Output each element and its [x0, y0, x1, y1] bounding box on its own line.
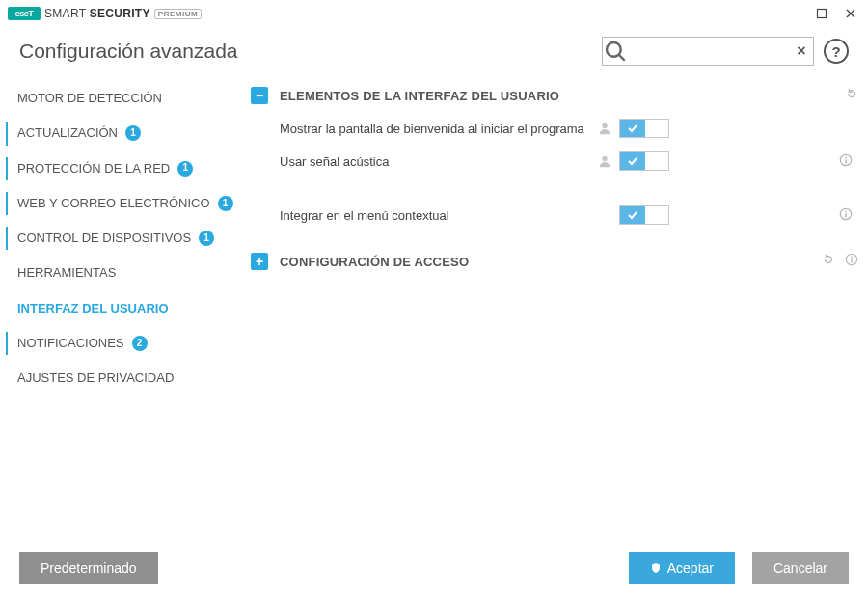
- sidebar-item-6[interactable]: INTERFAZ DEL USUARIO: [0, 291, 251, 326]
- person-icon: [598, 154, 619, 168]
- sidebar: MOTOR DE DETECCIÓNACTUALIZACIÓN1PROTECCI…: [0, 79, 251, 536]
- svg-rect-11: [851, 258, 852, 262]
- svg-rect-0: [818, 10, 827, 18]
- sidebar-item-label: AJUSTES DE PRIVACIDAD: [17, 370, 174, 386]
- svg-point-2: [602, 123, 607, 128]
- window-controls: [812, 4, 860, 23]
- titlebar: eseT SMART SECURITY PREMIUM: [0, 0, 868, 27]
- maximize-button[interactable]: [812, 4, 831, 23]
- sidebar-item-8[interactable]: AJUSTES DE PRIVACIDAD: [0, 361, 251, 395]
- sidebar-item-label: HERRAMIENTAS: [17, 265, 116, 281]
- accept-button[interactable]: Aceptar: [629, 552, 735, 584]
- brand-logo: eseT: [8, 7, 41, 20]
- cancel-button[interactable]: Cancelar: [752, 552, 849, 584]
- sidebar-item-label: NOTIFICACIONES: [17, 336, 124, 351]
- setting-row-acoustic-signal: Usar señal acústica: [251, 145, 858, 177]
- sidebar-item-label: PROTECCIÓN DE LA RED: [17, 161, 170, 177]
- svg-rect-12: [851, 257, 852, 258]
- info-icon[interactable]: [845, 253, 858, 270]
- svg-rect-8: [845, 213, 846, 217]
- content: − ELEMENTOS DE LA INTERFAZ DEL USUARIO M…: [251, 79, 868, 536]
- close-button[interactable]: [841, 4, 860, 23]
- sidebar-badge: 1: [218, 196, 233, 211]
- section-actions: [845, 87, 858, 104]
- brand-badge: PREMIUM: [154, 9, 202, 19]
- sidebar-item-5[interactable]: HERRAMIENTAS: [0, 256, 251, 290]
- reset-icon[interactable]: [822, 253, 835, 270]
- page-title: Configuración avanzada: [19, 40, 238, 63]
- sidebar-item-0[interactable]: MOTOR DE DETECCIÓN: [0, 81, 251, 116]
- section-actions: [822, 253, 858, 270]
- sidebar-badge: 1: [125, 125, 141, 141]
- expand-icon[interactable]: +: [251, 253, 268, 270]
- section-title: CONFIGURACIÓN DE ACCESO: [280, 255, 469, 269]
- search-icon: [603, 39, 628, 64]
- setting-row-context-menu: Integrar en el menú contextual: [251, 199, 858, 231]
- help-button[interactable]: ?: [824, 39, 849, 64]
- setting-label: Integrar en el menú contextual: [280, 208, 598, 223]
- footer: Predeterminado Aceptar Cancelar: [0, 538, 868, 598]
- clear-search-icon[interactable]: ×: [790, 42, 813, 60]
- toggle-acoustic-signal[interactable]: [619, 151, 669, 171]
- section-header: + CONFIGURACIÓN DE ACCESO: [251, 245, 858, 278]
- sidebar-item-3[interactable]: WEB Y CORREO ELECTRÓNICO1: [0, 186, 251, 221]
- sidebar-item-1[interactable]: ACTUALIZACIÓN1: [0, 116, 251, 150]
- brand-text-bold: SECURITY: [90, 7, 150, 20]
- search-input[interactable]: [628, 38, 790, 65]
- sidebar-item-4[interactable]: CONTROL DE DISPOSITIVOS1: [0, 221, 251, 256]
- sidebar-item-label: MOTOR DE DETECCIÓN: [17, 91, 162, 106]
- brand-text-light: SMART: [44, 7, 86, 20]
- svg-rect-5: [845, 159, 846, 163]
- brand: eseT SMART SECURITY PREMIUM: [8, 7, 202, 20]
- setting-row-welcome-screen: Mostrar la pantalla de bienvenida al ini…: [251, 112, 858, 145]
- section-ui-elements: − ELEMENTOS DE LA INTERFAZ DEL USUARIO M…: [251, 79, 858, 231]
- sidebar-badge: 1: [199, 231, 214, 246]
- sidebar-item-7[interactable]: NOTIFICACIONES2: [0, 326, 251, 361]
- toggle-context-menu[interactable]: [619, 205, 669, 225]
- svg-point-1: [607, 42, 621, 57]
- setting-label: Mostrar la pantalla de bienvenida al ini…: [280, 122, 598, 136]
- section-access-config: + CONFIGURACIÓN DE ACCESO: [251, 245, 858, 278]
- person-icon: [598, 122, 619, 135]
- sidebar-badge: 2: [132, 336, 148, 351]
- sidebar-item-label: INTERFAZ DEL USUARIO: [17, 301, 169, 316]
- shield-icon: [650, 562, 662, 574]
- info-icon[interactable]: [839, 207, 853, 224]
- brand-text: SMART SECURITY: [44, 7, 150, 20]
- svg-rect-6: [845, 156, 846, 158]
- reset-icon[interactable]: [845, 87, 858, 104]
- section-title: ELEMENTOS DE LA INTERFAZ DEL USUARIO: [280, 89, 559, 103]
- section-header: − ELEMENTOS DE LA INTERFAZ DEL USUARIO: [251, 79, 858, 112]
- main-layout: MOTOR DE DETECCIÓNACTUALIZACIÓN1PROTECCI…: [0, 79, 868, 536]
- sidebar-item-label: CONTROL DE DISPOSITIVOS: [17, 231, 191, 246]
- sidebar-item-label: WEB Y CORREO ELECTRÓNICO: [17, 196, 210, 211]
- info-icon[interactable]: [839, 153, 853, 170]
- sidebar-item-label: ACTUALIZACIÓN: [17, 125, 118, 141]
- accept-label: Aceptar: [667, 560, 714, 576]
- svg-point-3: [602, 156, 607, 161]
- sidebar-item-2[interactable]: PROTECCIÓN DE LA RED1: [0, 151, 251, 186]
- footer-right: Aceptar Cancelar: [629, 552, 849, 584]
- search-box[interactable]: ×: [602, 37, 814, 66]
- setting-label: Usar señal acústica: [280, 154, 598, 169]
- toggle-welcome-screen[interactable]: [619, 119, 669, 138]
- collapse-icon[interactable]: −: [251, 87, 268, 104]
- header: Configuración avanzada × ?: [0, 27, 868, 79]
- sidebar-badge: 1: [177, 161, 193, 177]
- default-button[interactable]: Predeterminado: [19, 552, 158, 584]
- header-right: × ?: [602, 37, 849, 66]
- svg-rect-9: [845, 210, 846, 212]
